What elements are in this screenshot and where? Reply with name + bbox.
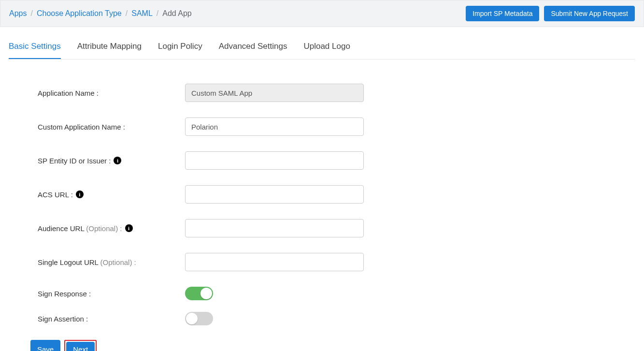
label-acs-text: ACS URL : — [38, 190, 73, 199]
row-single-logout-url: Single Logout URL (Optional) : — [38, 253, 444, 271]
row-sign-response: Sign Response : — [38, 287, 444, 300]
tab-login-policy[interactable]: Login Policy — [158, 42, 202, 59]
breadcrumb-apps[interactable]: Apps — [9, 9, 27, 18]
label-sp-entity-id: SP Entity ID or Issuer : i — [38, 157, 185, 165]
row-sign-assertion: Sign Assertion : — [38, 312, 444, 325]
toggle-sign-response[interactable] — [185, 287, 213, 300]
label-sign-assertion: Sign Assertion : — [38, 315, 185, 323]
label-sign-response: Sign Response : — [38, 290, 185, 298]
row-sp-entity-id: SP Entity ID or Issuer : i — [38, 151, 444, 170]
row-application-name: Application Name : — [38, 84, 444, 102]
input-single-logout-url[interactable] — [185, 253, 364, 271]
info-icon[interactable]: i — [114, 157, 121, 164]
label-audience-text: Audience URL (Optional) : — [38, 224, 122, 233]
input-custom-application-name[interactable] — [185, 117, 364, 136]
row-acs-url: ACS URL : i — [38, 185, 444, 204]
submit-new-app-request-button[interactable]: Submit New App Request — [544, 6, 635, 21]
tab-attribute-mapping[interactable]: Attribute Mapping — [77, 42, 142, 59]
next-button[interactable]: Next — [66, 342, 95, 351]
toggle-sign-assertion[interactable] — [185, 312, 213, 325]
breadcrumb-choose-type[interactable]: Choose Application Type — [37, 9, 122, 18]
breadcrumb-saml[interactable]: SAML — [131, 9, 153, 18]
label-application-name: Application Name : — [38, 89, 185, 97]
tab-advanced-settings[interactable]: Advanced Settings — [219, 42, 287, 59]
label-slo-text: Single Logout URL (Optional) : — [38, 258, 136, 266]
import-sp-metadata-button[interactable]: Import SP Metadata — [466, 6, 539, 21]
tab-upload-logo[interactable]: Upload Logo — [303, 42, 350, 59]
input-audience-url[interactable] — [185, 219, 364, 237]
form: Application Name : Custom Application Na… — [9, 84, 444, 325]
toggle-knob — [186, 313, 198, 324]
label-audience-url: Audience URL (Optional) : i — [38, 224, 185, 233]
label-custom-application-name: Custom Application Name : — [38, 123, 185, 131]
row-custom-application-name: Custom Application Name : — [38, 117, 444, 136]
row-audience-url: Audience URL (Optional) : i — [38, 219, 444, 237]
topbar: Apps / Choose Application Type / SAML / … — [0, 0, 644, 27]
tab-basic-settings[interactable]: Basic Settings — [9, 42, 61, 59]
input-acs-url[interactable] — [185, 185, 364, 204]
label-single-logout-url: Single Logout URL (Optional) : — [38, 258, 185, 266]
top-actions: Import SP Metadata Submit New App Reques… — [466, 6, 635, 21]
breadcrumb-current: Add App — [162, 9, 192, 18]
toggle-knob — [200, 288, 212, 299]
input-application-name — [185, 84, 364, 102]
footer-buttons: Save Next — [9, 340, 635, 351]
breadcrumb-separator: / — [126, 9, 128, 18]
breadcrumb-separator: / — [30, 9, 32, 18]
info-icon[interactable]: i — [125, 224, 133, 232]
input-sp-entity-id[interactable] — [185, 151, 364, 170]
breadcrumb: Apps / Choose Application Type / SAML / … — [9, 9, 192, 18]
next-button-highlight: Next — [64, 340, 97, 351]
tabs: Basic Settings Attribute Mapping Login P… — [9, 42, 635, 59]
label-acs-url: ACS URL : i — [38, 190, 185, 199]
save-button[interactable]: Save — [30, 340, 60, 351]
label-sp-entity-text: SP Entity ID or Issuer : — [38, 157, 111, 165]
breadcrumb-separator: / — [157, 9, 158, 18]
page-content: Basic Settings Attribute Mapping Login P… — [0, 27, 644, 351]
info-icon[interactable]: i — [76, 190, 84, 198]
